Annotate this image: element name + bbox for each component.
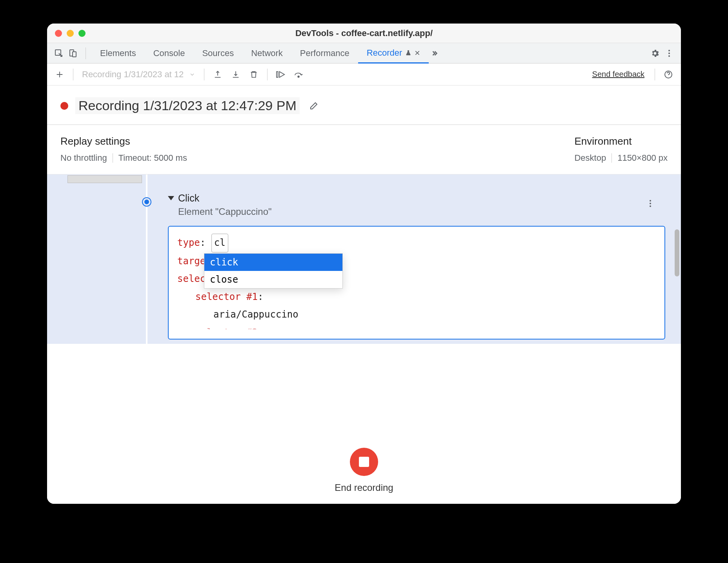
end-recording-label: End recording (335, 482, 393, 493)
add-recording-icon[interactable] (53, 67, 67, 82)
replay-heading: Replay settings (60, 135, 187, 147)
screenshot-thumbnail[interactable] (67, 175, 142, 183)
chevron-down-icon (189, 71, 195, 78)
edit-title-icon[interactable] (307, 99, 321, 113)
step-more-icon[interactable] (643, 196, 657, 211)
environment-heading: Environment (574, 135, 668, 147)
flask-icon (405, 50, 411, 56)
step-over-icon[interactable] (292, 67, 306, 82)
svg-rect-2 (73, 52, 76, 57)
device-toolbar-icon[interactable] (66, 46, 80, 60)
recording-indicator-icon (60, 102, 68, 110)
svg-rect-6 (277, 71, 278, 77)
titlebar: DevTools - coffee-cart.netlify.app/ (47, 24, 681, 43)
replay-step-icon[interactable] (274, 67, 288, 82)
tab-console[interactable]: Console (145, 43, 194, 64)
svg-point-4 (668, 53, 670, 54)
environment-settings: Environment Desktop 1150×800 px (574, 135, 668, 163)
recording-dropdown[interactable]: Recording 1/31/2023 at 12 (80, 69, 198, 80)
device-value[interactable]: Desktop (574, 153, 606, 163)
settings-row: Replay settings No throttling Timeout: 5… (47, 125, 681, 174)
help-icon[interactable] (661, 67, 675, 82)
end-recording-button[interactable] (350, 448, 378, 476)
dimensions-value[interactable]: 1150×800 px (617, 153, 668, 163)
step-header[interactable]: Click (168, 193, 665, 204)
tab-recorder[interactable]: Recorder (358, 43, 429, 64)
timeout-value[interactable]: Timeout: 5000 ms (118, 153, 187, 163)
throttling-value[interactable]: No throttling (60, 153, 107, 163)
tab-network[interactable]: Network (242, 43, 291, 64)
tab-elements[interactable]: Elements (91, 43, 145, 64)
steps-workspace: Click Element "Cappuccino" type: cl targ… (47, 174, 681, 344)
send-feedback-link[interactable]: Send feedback (592, 70, 644, 79)
step-title: Click (178, 193, 199, 204)
svg-point-9 (650, 200, 651, 202)
step-node-icon[interactable] (143, 198, 151, 206)
svg-point-10 (650, 203, 651, 204)
type-input[interactable]: cl (211, 234, 228, 252)
type-row: type: cl (177, 234, 656, 252)
stop-icon (359, 457, 369, 467)
tab-sources[interactable]: Sources (193, 43, 242, 64)
autocomplete-option-close[interactable]: close (204, 271, 342, 288)
kebab-menu-icon[interactable] (662, 46, 676, 60)
tab-recorder-label: Recorder (367, 48, 402, 58)
import-icon[interactable] (229, 67, 243, 82)
selector1-row: selector #1: (177, 288, 656, 306)
close-tab-icon[interactable] (415, 50, 420, 56)
window-title: DevTools - coffee-cart.netlify.app/ (47, 28, 681, 38)
recording-dropdown-label: Recording 1/31/2023 at 12 (82, 69, 184, 80)
replay-settings: Replay settings No throttling Timeout: 5… (60, 135, 187, 163)
settings-icon[interactable] (648, 46, 662, 60)
recording-header: Recording 1/31/2023 at 12:47:29 PM (47, 85, 681, 125)
svg-point-3 (668, 50, 670, 51)
svg-point-5 (668, 55, 670, 57)
autocomplete-popup: click close (204, 253, 343, 289)
step-subtitle: Element "Cappuccino" (178, 206, 665, 217)
type-key[interactable]: type (177, 237, 200, 248)
delete-icon[interactable] (247, 67, 261, 82)
selector2-row: selector #2: (177, 324, 656, 329)
devtools-tabbar: Elements Console Sources Network Perform… (47, 43, 681, 64)
selector1-val[interactable]: aria/Cappuccino (177, 306, 656, 324)
recording-title[interactable]: Recording 1/31/2023 at 12:47:29 PM (75, 97, 300, 114)
expand-triangle-icon[interactable] (168, 196, 174, 200)
tab-performance[interactable]: Performance (291, 43, 358, 64)
recorder-toolbar: Recording 1/31/2023 at 12 Send feedback (47, 64, 681, 85)
scrollbar-thumb[interactable] (675, 229, 679, 276)
recorder-footer: End recording (47, 437, 681, 504)
svg-point-7 (298, 76, 300, 77)
export-icon[interactable] (211, 67, 225, 82)
devtools-window: DevTools - coffee-cart.netlify.app/ Elem… (47, 24, 681, 504)
inspect-element-icon[interactable] (52, 46, 66, 60)
svg-point-11 (650, 205, 651, 207)
more-tabs-icon[interactable] (429, 46, 443, 60)
selector1-key[interactable]: selector #1 (195, 291, 258, 302)
autocomplete-option-click[interactable]: click (204, 254, 342, 271)
